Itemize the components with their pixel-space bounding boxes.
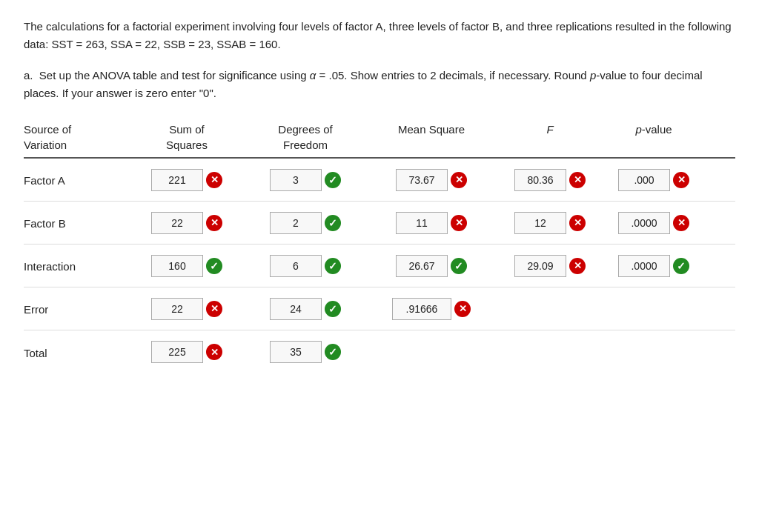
cell-interaction-ss: 160 [127, 255, 246, 277]
cell-factor-a-ms: 73.67 [365, 169, 498, 191]
input-factor-b-pv[interactable]: .0000 [618, 212, 670, 234]
input-interaction-pv[interactable]: .0000 [618, 255, 670, 277]
input-factor-b-ss[interactable]: 22 [151, 212, 203, 234]
row-label-error: Error [24, 302, 127, 316]
intro-text: The calculations for a factorial experim… [24, 20, 732, 50]
cell-total-ss: 225 [127, 341, 246, 363]
input-factor-a-ss[interactable]: 221 [151, 169, 203, 191]
cell-interaction-pv: .0000 [602, 255, 706, 277]
input-total-ss[interactable]: 225 [151, 341, 203, 363]
cell-error-ss: 22 [127, 298, 246, 320]
x-icon [673, 172, 689, 188]
header-df: Degrees ofFreedom [246, 122, 365, 153]
input-error-df[interactable]: 24 [270, 298, 322, 320]
input-factor-a-ms[interactable]: 73.67 [396, 169, 448, 191]
x-icon [206, 172, 222, 188]
header-source: Source ofVariation [24, 122, 127, 153]
row-label-interaction: Interaction [24, 259, 127, 273]
x-icon [569, 172, 586, 188]
header-f: F [498, 122, 602, 153]
header-ss: Sum ofSquares [127, 122, 246, 153]
check-icon [325, 215, 341, 231]
question-label: a. [24, 69, 39, 82]
check-icon [206, 258, 222, 274]
x-icon [454, 301, 471, 317]
check-icon [325, 172, 341, 188]
question-text: Set up the ANOVA table and test for sign… [24, 69, 703, 99]
input-factor-a-df[interactable]: 3 [270, 169, 322, 191]
input-interaction-df[interactable]: 6 [270, 255, 322, 277]
x-icon [451, 215, 467, 231]
question-block: a. Set up the ANOVA table and test for s… [24, 67, 735, 102]
table-row: Factor A 221 3 73.67 80.36 .000 [24, 159, 735, 202]
input-total-df[interactable]: 35 [270, 341, 322, 363]
input-error-ms[interactable]: .91666 [392, 298, 451, 320]
cell-factor-b-pv: .0000 [602, 212, 706, 234]
input-interaction-ss[interactable]: 160 [151, 255, 203, 277]
input-factor-b-f[interactable]: 12 [514, 212, 566, 234]
cell-factor-a-pv: .000 [602, 169, 706, 191]
cell-factor-b-df: 2 [246, 212, 365, 234]
input-factor-a-f[interactable]: 80.36 [514, 169, 566, 191]
x-icon [206, 344, 222, 360]
input-error-ss[interactable]: 22 [151, 298, 203, 320]
intro-paragraph: The calculations for a factorial experim… [24, 18, 735, 53]
cell-factor-b-ss: 22 [127, 212, 246, 234]
cell-factor-a-f: 80.36 [498, 169, 602, 191]
cell-factor-b-f: 12 [498, 212, 602, 234]
check-icon [451, 258, 467, 274]
table-row: Factor B 22 2 11 12 .0000 [24, 202, 735, 245]
cell-interaction-f: 29.09 [498, 255, 602, 277]
input-interaction-ms[interactable]: 26.67 [396, 255, 448, 277]
cell-interaction-df: 6 [246, 255, 365, 277]
cell-interaction-ms: 26.67 [365, 255, 498, 277]
x-icon [569, 258, 586, 274]
row-label-factor-b: Factor B [24, 216, 127, 230]
x-icon [206, 215, 222, 231]
table-row: Total 225 35 [24, 330, 735, 373]
cell-error-ms: .91666 [365, 298, 498, 320]
input-factor-b-df[interactable]: 2 [270, 212, 322, 234]
x-icon [569, 215, 586, 231]
x-icon [451, 172, 467, 188]
x-icon [206, 301, 222, 317]
check-icon [325, 258, 341, 274]
cell-factor-a-ss: 221 [127, 169, 246, 191]
row-label-total: Total [24, 345, 127, 359]
header-ms: Mean Square [365, 122, 498, 153]
table-row: Interaction 160 6 26.67 29.09 .0000 [24, 245, 735, 287]
input-factor-b-ms[interactable]: 11 [396, 212, 448, 234]
input-interaction-f[interactable]: 29.09 [514, 255, 566, 277]
cell-factor-a-df: 3 [246, 169, 365, 191]
check-icon [325, 301, 341, 317]
cell-total-df: 35 [246, 341, 365, 363]
x-icon [673, 215, 689, 231]
check-icon [325, 344, 341, 360]
cell-factor-b-ms: 11 [365, 212, 498, 234]
row-label-factor-a: Factor A [24, 173, 127, 187]
input-factor-a-pv[interactable]: .000 [618, 169, 670, 191]
header-pv: p-value [602, 122, 706, 153]
table-row: Error 22 24 .91666 [24, 287, 735, 330]
check-icon [673, 258, 689, 274]
anova-table: Source ofVariation Sum ofSquares Degrees… [24, 119, 735, 373]
table-header: Source ofVariation Sum ofSquares Degrees… [24, 119, 735, 159]
cell-error-df: 24 [246, 298, 365, 320]
